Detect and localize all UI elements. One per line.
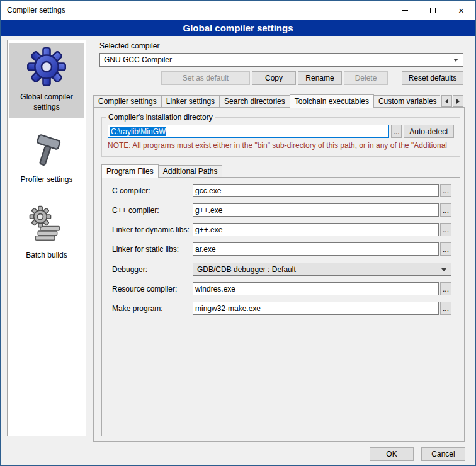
cpp-compiler-input[interactable]: g++.exe bbox=[193, 203, 439, 217]
ok-button[interactable]: OK bbox=[370, 447, 414, 461]
installation-directory-legend: Compiler's installation directory bbox=[106, 113, 215, 122]
dynamic-linker-label: Linker for dynamic libs: bbox=[112, 225, 190, 234]
installation-directory-value: C:\raylib\MinGW bbox=[110, 127, 166, 136]
cancel-button[interactable]: Cancel bbox=[421, 447, 465, 461]
resource-compiler-label: Resource compiler: bbox=[112, 285, 177, 293]
selected-compiler-value: GNU GCC Compiler bbox=[104, 55, 172, 64]
cpp-compiler-label: C++ compiler: bbox=[112, 206, 159, 215]
installation-directory-row: C:\raylib\MinGW ... Auto-detect bbox=[108, 125, 454, 138]
dynamic-linker-value: g++.exe bbox=[195, 225, 222, 234]
debugger-dropdown[interactable]: GDB/CDB debugger : Default bbox=[193, 263, 451, 276]
sidebar-item-label: Batch builds bbox=[26, 251, 67, 261]
c-compiler-input[interactable]: gcc.exe bbox=[193, 184, 439, 197]
static-linker-input[interactable]: ar.exe bbox=[193, 242, 439, 256]
program-tabs: Program Files Additional Paths bbox=[101, 164, 460, 178]
program-files-panel: C compiler: gcc.exe ... C++ compiler: g+… bbox=[101, 177, 460, 436]
browse-c-compiler-button[interactable]: ... bbox=[440, 184, 451, 197]
settings-category-list: Global compiler settings Profiler settin… bbox=[7, 40, 86, 436]
tab-scroll-left-button[interactable] bbox=[441, 95, 452, 107]
selected-compiler-dropdown[interactable]: GNU GCC Compiler bbox=[99, 53, 463, 67]
tab-compiler-settings[interactable]: Compiler settings bbox=[93, 95, 162, 107]
field-row-static-linker: Linker for static libs: ar.exe ... bbox=[112, 242, 459, 256]
selected-compiler-label: Selected compiler bbox=[99, 42, 159, 50]
minimize-icon bbox=[402, 10, 408, 11]
delete-button[interactable]: Delete bbox=[344, 71, 388, 85]
browse-directory-button[interactable]: ... bbox=[391, 125, 402, 138]
tab-additional-paths[interactable]: Additional Paths bbox=[158, 165, 223, 177]
maximize-icon bbox=[430, 8, 436, 13]
debugger-value: GDB/CDB debugger : Default bbox=[197, 265, 296, 274]
browse-resource-compiler-button[interactable]: ... bbox=[440, 282, 451, 295]
sidebar-item-label: Global compiler settings bbox=[11, 93, 82, 112]
minimize-button[interactable] bbox=[390, 1, 419, 20]
field-row-cpp-compiler: C++ compiler: g++.exe ... bbox=[112, 203, 459, 217]
settings-tabs: Compiler settings Linker settings Search… bbox=[93, 94, 440, 108]
field-row-c-compiler: C compiler: gcc.exe ... bbox=[112, 184, 459, 197]
titlebar: Compiler settings × bbox=[1, 1, 475, 20]
c-compiler-label: C compiler: bbox=[112, 186, 150, 195]
dialog-header-title: Global compiler settings bbox=[183, 23, 293, 33]
dynamic-linker-input[interactable]: g++.exe bbox=[193, 223, 439, 236]
cpp-compiler-value: g++.exe bbox=[195, 206, 222, 215]
reset-defaults-button[interactable]: Reset defaults bbox=[402, 71, 463, 85]
browse-static-linker-button[interactable]: ... bbox=[440, 242, 451, 256]
static-linker-value: ar.exe bbox=[195, 245, 216, 254]
tab-scroll-right-button[interactable] bbox=[453, 95, 463, 107]
compiler-gear-icon bbox=[27, 47, 66, 86]
compiler-settings-window: Compiler settings × Global compiler sett… bbox=[0, 0, 476, 466]
window-controls: × bbox=[390, 1, 475, 20]
chevron-down-icon bbox=[453, 59, 458, 62]
rename-button[interactable]: Rename bbox=[298, 71, 342, 85]
arrow-left-icon bbox=[445, 99, 448, 104]
resource-compiler-value: windres.exe bbox=[195, 285, 235, 293]
browse-cpp-compiler-button[interactable]: ... bbox=[440, 203, 451, 217]
field-row-make-program: Make program: mingw32-make.exe ... bbox=[112, 302, 459, 315]
debugger-label: Debugger: bbox=[112, 265, 147, 274]
field-row-debugger: Debugger: GDB/CDB debugger : Default bbox=[112, 263, 459, 276]
window-title: Compiler settings bbox=[1, 6, 65, 14]
tab-toolchain-executables[interactable]: Toolchain executables bbox=[290, 94, 374, 108]
tab-linker-settings[interactable]: Linker settings bbox=[161, 95, 220, 107]
sidebar-item-profiler-settings[interactable]: Profiler settings bbox=[9, 128, 84, 191]
installation-directory-input[interactable]: C:\raylib\MinGW bbox=[108, 125, 389, 138]
tab-program-files[interactable]: Program Files bbox=[101, 164, 159, 178]
close-button[interactable]: × bbox=[447, 1, 475, 20]
set-as-default-button[interactable]: Set as default bbox=[161, 71, 250, 85]
toolchain-executables-panel: Compiler's installation directory C:\ray… bbox=[93, 107, 465, 442]
bin-subdirectory-note: NOTE: All programs must exist either in … bbox=[108, 141, 454, 150]
browse-make-program-button[interactable]: ... bbox=[440, 302, 451, 315]
sidebar-item-batch-builds[interactable]: Batch builds bbox=[9, 201, 84, 266]
sidebar-item-label: Profiler settings bbox=[21, 175, 73, 185]
make-program-value: mingw32-make.exe bbox=[195, 304, 261, 313]
c-compiler-value: gcc.exe bbox=[195, 186, 221, 195]
resource-compiler-input[interactable]: windres.exe bbox=[193, 282, 439, 295]
auto-detect-button[interactable]: Auto-detect bbox=[404, 125, 454, 138]
maximize-button[interactable] bbox=[419, 1, 447, 20]
close-icon: × bbox=[458, 6, 464, 15]
make-program-input[interactable]: mingw32-make.exe bbox=[193, 302, 439, 315]
profiler-hammer-icon bbox=[28, 132, 65, 169]
field-row-dynamic-linker: Linker for dynamic libs: g++.exe ... bbox=[112, 223, 459, 236]
browse-dynamic-linker-button[interactable]: ... bbox=[440, 223, 451, 236]
tab-custom-variables[interactable]: Custom variables bbox=[373, 95, 440, 107]
dialog-header: Global compiler settings bbox=[1, 20, 475, 36]
static-linker-label: Linker for static libs: bbox=[112, 245, 179, 254]
copy-button[interactable]: Copy bbox=[252, 71, 296, 85]
sidebar-item-global-compiler-settings[interactable]: Global compiler settings bbox=[9, 43, 84, 118]
chevron-down-icon bbox=[441, 268, 446, 271]
field-row-resource-compiler: Resource compiler: windres.exe ... bbox=[112, 282, 459, 295]
batch-builds-icon bbox=[27, 205, 66, 244]
installation-directory-group: Compiler's installation directory C:\ray… bbox=[101, 113, 460, 157]
tab-search-directories[interactable]: Search directories bbox=[219, 95, 290, 107]
arrow-right-icon bbox=[456, 99, 460, 104]
make-program-label: Make program: bbox=[112, 304, 163, 313]
